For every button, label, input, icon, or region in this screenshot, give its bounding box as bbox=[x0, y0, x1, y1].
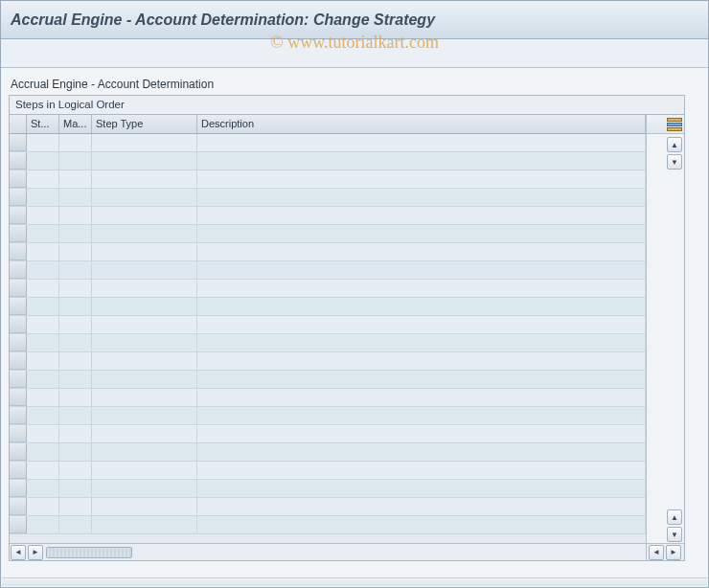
table-row[interactable] bbox=[10, 316, 646, 334]
row-selector[interactable] bbox=[10, 207, 27, 224]
table-row[interactable] bbox=[10, 480, 646, 498]
section-label: Accrual Engine - Account Determination bbox=[9, 78, 700, 91]
hscroll-track[interactable] bbox=[44, 545, 646, 560]
panel-title: Steps in Logical Order bbox=[10, 96, 684, 114]
table-row[interactable] bbox=[10, 225, 646, 243]
toolbar-area bbox=[1, 39, 708, 68]
col-step-type[interactable]: Step Type bbox=[92, 115, 197, 133]
table-row[interactable] bbox=[10, 443, 646, 462]
table-row[interactable] bbox=[10, 280, 646, 298]
scroll-down-button[interactable]: ▼ bbox=[667, 154, 682, 170]
table-row[interactable] bbox=[10, 462, 646, 480]
table-row[interactable] bbox=[10, 352, 646, 371]
row-selector[interactable] bbox=[10, 407, 27, 424]
row-selector[interactable] bbox=[10, 243, 27, 260]
content-area: Accrual Engine - Account Determination S… bbox=[1, 68, 708, 567]
table-row[interactable] bbox=[10, 207, 646, 225]
table-row[interactable] bbox=[10, 407, 646, 425]
grid-header: St... Ma... Step Type Description bbox=[10, 115, 646, 134]
row-selector[interactable] bbox=[10, 261, 27, 279]
row-selector[interactable] bbox=[10, 334, 27, 351]
grid-side: ▲ ▼ ▲ ▼ ◄ ► bbox=[646, 115, 684, 560]
row-selector[interactable] bbox=[10, 480, 27, 497]
col-main[interactable]: Ma... bbox=[59, 115, 92, 133]
row-selector[interactable] bbox=[10, 134, 27, 151]
scroll-right-button[interactable]: ► bbox=[28, 545, 43, 560]
table-row[interactable] bbox=[10, 243, 646, 261]
grid: St... Ma... Step Type Description bbox=[10, 114, 684, 560]
table-row[interactable] bbox=[10, 261, 646, 280]
scroll-up-end-button[interactable]: ▲ bbox=[667, 509, 682, 525]
select-all-corner[interactable] bbox=[10, 115, 27, 133]
row-selector[interactable] bbox=[10, 280, 27, 297]
row-selector[interactable] bbox=[10, 152, 27, 170]
grid-side-header bbox=[647, 115, 684, 134]
col-step[interactable]: St... bbox=[27, 115, 59, 133]
titlebar: Accrual Engine - Account Determination: … bbox=[1, 1, 708, 39]
row-selector[interactable] bbox=[10, 316, 27, 333]
sap-window: Accrual Engine - Account Determination: … bbox=[0, 0, 709, 588]
row-selector[interactable] bbox=[10, 498, 27, 515]
scroll-left-end-button[interactable]: ◄ bbox=[649, 545, 664, 560]
row-selector[interactable] bbox=[10, 170, 27, 188]
row-selector[interactable] bbox=[10, 443, 27, 461]
hscroll-thumb[interactable] bbox=[46, 547, 132, 558]
row-selector[interactable] bbox=[10, 189, 27, 206]
grid-body bbox=[10, 134, 646, 543]
row-selector[interactable] bbox=[10, 462, 27, 479]
hscrollbar[interactable]: ◄ ► bbox=[10, 543, 646, 560]
grid-main: St... Ma... Step Type Description bbox=[10, 115, 646, 560]
scroll-left-button[interactable]: ◄ bbox=[11, 545, 26, 560]
scroll-right-end-button[interactable]: ► bbox=[666, 545, 681, 560]
row-selector[interactable] bbox=[10, 225, 27, 242]
table-row[interactable] bbox=[10, 134, 646, 152]
table-row[interactable] bbox=[10, 389, 646, 407]
table-row[interactable] bbox=[10, 189, 646, 207]
window-title: Accrual Engine - Account Determination: … bbox=[11, 11, 435, 29]
col-description[interactable]: Description bbox=[197, 115, 646, 133]
scroll-up-button[interactable]: ▲ bbox=[667, 137, 682, 152]
row-selector[interactable] bbox=[10, 298, 27, 315]
row-selector[interactable] bbox=[10, 389, 27, 406]
scroll-down-end-button[interactable]: ▼ bbox=[667, 527, 682, 542]
table-row[interactable] bbox=[10, 152, 646, 170]
table-row[interactable] bbox=[10, 170, 646, 189]
table-row[interactable] bbox=[10, 516, 646, 534]
table-row[interactable] bbox=[10, 334, 646, 352]
table-settings-icon[interactable] bbox=[667, 118, 682, 131]
steps-panel: Steps in Logical Order St... Ma... Step … bbox=[9, 95, 685, 561]
row-selector[interactable] bbox=[10, 516, 27, 533]
table-row[interactable] bbox=[10, 371, 646, 389]
table-row[interactable] bbox=[10, 425, 646, 443]
row-selector[interactable] bbox=[10, 371, 27, 388]
row-selector[interactable] bbox=[10, 425, 27, 442]
table-row[interactable] bbox=[10, 498, 646, 516]
row-selector[interactable] bbox=[10, 352, 27, 370]
table-row[interactable] bbox=[10, 298, 646, 316]
statusbar bbox=[2, 577, 707, 586]
